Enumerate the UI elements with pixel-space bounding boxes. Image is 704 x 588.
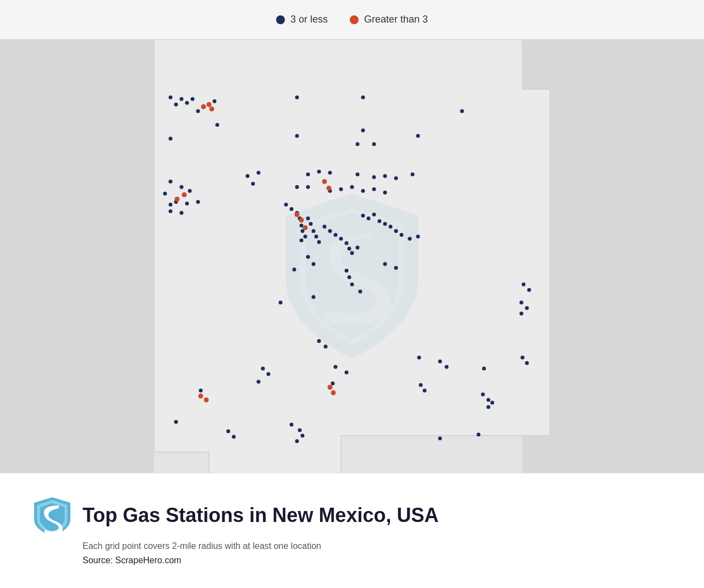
page-title: Top Gas Stations in New Mexico, USA (82, 504, 438, 526)
svg-rect-4 (0, 40, 154, 473)
legend-dot-blue (276, 15, 285, 24)
info-top: Top Gas Stations in New Mexico, USA (33, 496, 671, 535)
legend-dot-orange (350, 15, 359, 24)
map-svg (0, 40, 704, 473)
svg-rect-2 (522, 40, 704, 89)
legend-label-orange: Greater than 3 (364, 14, 428, 25)
subtitle-text: Each grid point covers 2-mile radius wit… (82, 541, 671, 551)
scrapehero-logo (33, 496, 72, 535)
source-value: ScrapeHero.com (116, 556, 182, 565)
legend-item-orange: Greater than 3 (350, 14, 428, 25)
title-text: Top Gas Stations in New Mexico, USA (82, 504, 438, 526)
source-label: Source: (82, 556, 113, 565)
main-container: 3 or less Greater than 3 (0, 0, 704, 588)
info-area: Top Gas Stations in New Mexico, USA Each… (0, 473, 704, 588)
legend-label-blue: 3 or less (290, 14, 328, 25)
legend-bar: 3 or less Greater than 3 (0, 0, 704, 40)
map-area: 3 or less Greater than 3 (0, 0, 704, 473)
legend-item-blue: 3 or less (276, 14, 328, 25)
source-line: Source: ScrapeHero.com (82, 556, 671, 565)
